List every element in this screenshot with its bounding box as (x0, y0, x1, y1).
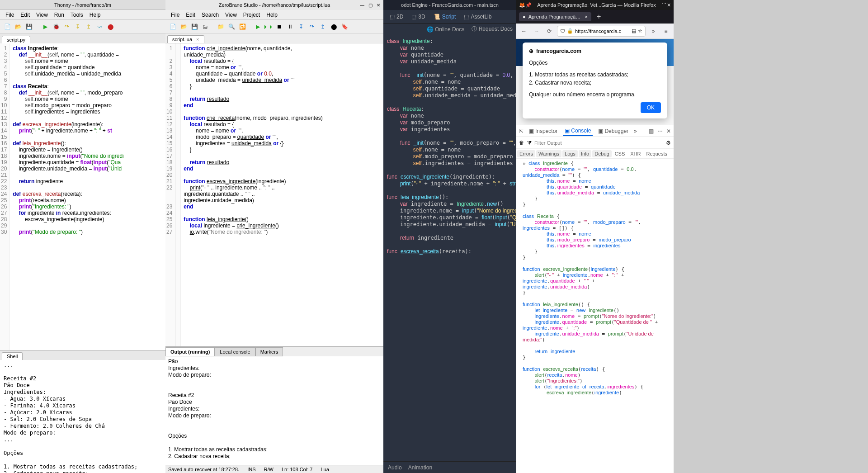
run-continue-icon[interactable]: ⏵⏵ (264, 22, 273, 31)
zerobrane-output[interactable]: Pão Ingredientes: Modo de preparo: Recei… (165, 356, 383, 465)
prompt-ok-button[interactable]: OK (641, 102, 661, 113)
thonny-shell-output[interactable]: ... Receita #2 Pão Doce Ingredientes: - … (0, 360, 165, 473)
docs-link[interactable]: 🌐 Online Docs (427, 26, 465, 33)
run-icon[interactable]: ▶ (41, 22, 50, 31)
menu-edit[interactable]: Edit (183, 11, 198, 19)
devtools-menu-icon[interactable]: ⋯ (657, 128, 663, 134)
find-icon[interactable]: 🔍 (227, 22, 236, 31)
docs-link[interactable]: ⓘ Request Docs (472, 25, 513, 33)
fold-column[interactable] (175, 43, 181, 346)
devtools-dock-icon[interactable]: ▥ (649, 128, 654, 134)
godot-titlebar[interactable]: odot Engine - FrancoGarcia.com - main.ts… (383, 0, 516, 10)
menu-view[interactable]: View (33, 11, 51, 19)
filter-cat-errors[interactable]: Errors (517, 150, 535, 157)
workspace-assetlib[interactable]: ⬚ AssetLib (461, 12, 494, 22)
thonny-titlebar[interactable]: Thonny - /home/franco/tm (0, 0, 165, 10)
reader-icon[interactable]: ▤ (632, 28, 636, 34)
console-filter-input[interactable] (534, 139, 663, 147)
bookmark-star-icon[interactable]: ☆ (638, 28, 642, 34)
url-bar[interactable]: 🛡 🔒 https://francogarcia.c ▤ ☆ (557, 26, 646, 37)
menu-view[interactable]: View (222, 11, 240, 19)
step-into-icon[interactable]: ↧ (73, 22, 82, 31)
menu-project[interactable]: Project (241, 11, 263, 19)
shell-tab[interactable]: Shell (2, 352, 23, 360)
step-out-icon[interactable]: ↥ (84, 22, 93, 31)
run-icon[interactable]: ▶ (253, 22, 262, 31)
debug-icon[interactable]: 🐞 (52, 22, 61, 31)
output-tab[interactable]: Markers (255, 347, 283, 356)
output-tab[interactable]: Output (running) (165, 347, 215, 356)
app-menu-icon[interactable]: ≡ (661, 26, 671, 36)
tab-close-icon[interactable]: × (585, 14, 588, 19)
workspace-2d[interactable]: ⬚ 2D (387, 12, 406, 22)
filter-cat-debug[interactable]: Debug (592, 150, 611, 157)
close-icon[interactable]: ✕ (667, 2, 671, 8)
menu-help[interactable]: Help (87, 11, 104, 19)
bottom-tab-audio[interactable]: Audio (388, 464, 402, 471)
tab-console[interactable]: ▣Console (563, 126, 593, 136)
menu-file[interactable]: File (168, 11, 182, 19)
workspace-script[interactable]: 📜 Script (431, 12, 459, 22)
code-content[interactable]: class Ingrediente: def __init__(self, no… (10, 43, 126, 350)
shield-icon[interactable]: 🛡 (560, 28, 565, 34)
filter-funnel-icon[interactable]: ⧩ (527, 140, 532, 146)
firefox-titlebar[interactable]: 🦊 📌 Aprenda Programação: Vet...Garcia — … (516, 0, 674, 10)
project-dir-icon[interactable]: 📁 (216, 22, 225, 31)
console-settings-icon[interactable]: ⚙ (666, 140, 671, 146)
tab-close-icon[interactable]: × (196, 37, 199, 42)
reload-icon[interactable]: ⟳ (544, 26, 554, 36)
zerobrane-titlebar[interactable]: ZeroBrane Studio - /home/franco/tmp/lua/… (165, 0, 383, 10)
tabs-overflow-icon[interactable]: » (634, 128, 637, 134)
thonny-file-tab[interactable]: script.py (2, 36, 30, 43)
menu-run[interactable]: Run (52, 11, 67, 19)
back-icon[interactable]: ← (519, 26, 529, 36)
stop-icon[interactable]: ⏹ (275, 22, 284, 31)
zb-file-tab[interactable]: script.lua × (167, 35, 204, 43)
new-tab-button[interactable]: + (594, 13, 604, 21)
replace-icon[interactable]: 🔁 (238, 22, 247, 31)
overflow-icon[interactable]: » (648, 26, 658, 36)
pin-icon[interactable]: 📌 (525, 2, 532, 8)
save-file-icon[interactable]: 💾 (24, 22, 33, 31)
menu-search[interactable]: Search (199, 11, 222, 19)
bookmark-icon[interactable]: 🔖 (340, 22, 349, 31)
tab-inspector[interactable]: ▣Inspector (527, 127, 559, 136)
open-file-icon[interactable]: 📂 (14, 22, 23, 31)
step-over-icon[interactable]: ↷ (307, 22, 316, 31)
filter-cat-css[interactable]: CSS (613, 150, 627, 157)
menu-tools[interactable]: Tools (68, 11, 86, 19)
menu-edit[interactable]: Edit (18, 11, 33, 19)
zerobrane-code-editor[interactable]: 1 2 3 4 5 6 7 8 9 10 11 12 13 14 15 16 1… (165, 43, 383, 346)
godot-script-editor[interactable]: class Ingrediente: var nome var quantida… (383, 35, 516, 461)
trash-icon[interactable]: 🗑 (519, 140, 524, 146)
save-icon[interactable]: 💾 (190, 22, 199, 31)
maximize-icon[interactable]: ▢ (367, 2, 373, 8)
save-all-icon[interactable]: 🗂 (201, 22, 210, 31)
filter-cat-xhr[interactable]: XHR (628, 150, 643, 157)
output-tab[interactable]: Local console (215, 347, 255, 356)
bottom-tab-animation[interactable]: Animation (408, 464, 432, 471)
toggle-breakpoint-icon[interactable]: ⬤ (329, 22, 338, 31)
new-file-icon[interactable]: 📄 (3, 22, 12, 31)
forward-icon[interactable]: → (532, 26, 542, 36)
step-into-icon[interactable]: ↧ (297, 22, 306, 31)
filter-cat-info[interactable]: Info (579, 150, 591, 157)
console-output[interactable]: » class Ingrediente { constructor(nome =… (516, 159, 674, 473)
new-file-icon[interactable]: 📄 (168, 22, 177, 31)
minimize-icon[interactable]: — (359, 2, 365, 8)
browser-tab[interactable]: ● Aprenda Programação: Vetor × (519, 12, 591, 21)
thonny-code-editor[interactable]: 1 2 3 4 5 6 7 8 9 10 11 12 13 14 15 16 1… (0, 43, 165, 350)
stop-icon[interactable]: ⬤ (106, 22, 115, 31)
filter-cat-logs[interactable]: Logs (562, 150, 578, 157)
menu-help[interactable]: Help (264, 11, 280, 19)
filter-cat-requests[interactable]: Requests (644, 150, 670, 157)
open-file-icon[interactable]: 📂 (179, 22, 188, 31)
workspace-3d[interactable]: ⬚ 3D (409, 12, 428, 22)
code-content[interactable]: function crie_ingrediente(nome, quantida… (181, 43, 325, 346)
step-out-icon[interactable]: ↥ (318, 22, 327, 31)
filter-cat-warnings[interactable]: Warnings (536, 150, 561, 157)
devtools-close-icon[interactable]: ✕ (666, 128, 671, 134)
close-icon[interactable]: ✕ (375, 2, 382, 8)
inspector-pick-icon[interactable]: ⇱ (519, 128, 524, 134)
step-over-icon[interactable]: ↷ (62, 22, 71, 31)
